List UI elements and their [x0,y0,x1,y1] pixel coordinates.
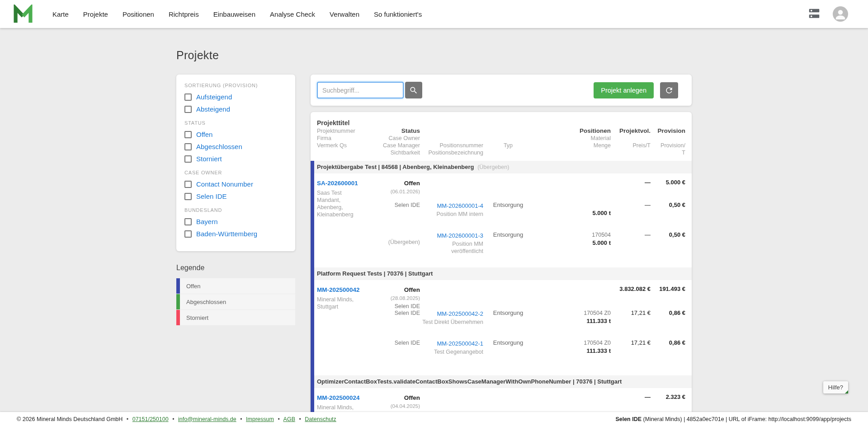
project-summary-row: Offen (04.04.2025) Selen IDE — 2.323 € [373,393,685,412]
footer-link-phone[interactable]: 07151/250100 [132,416,169,422]
legend-item-abgeschlossen: Abgeschlossen [176,294,295,309]
project-company: Mineral Minds, Stuttgart [317,296,363,310]
project-status-date: (04.04.2025) [391,403,420,409]
filter-option-baden-wuerttemberg[interactable]: Baden-Württemberg [184,230,287,238]
position-provision: 0,86 € [651,309,685,326]
session-details: (Mineral Minds) | 4852a0ec701e | URL of … [642,416,851,422]
project-group-header: OptimizerContactBoxTests.validateContact… [314,375,692,388]
nav-item-karte[interactable]: Karte [52,10,69,18]
filter-section-title-sortierung: SORTIERUNG (PROVISION) [184,83,287,88]
footer-link-email[interactable]: info@mineral-minds.de [178,416,236,422]
position-provision: 0,86 € [651,339,685,356]
filter-option-selen-ide[interactable]: Selen IDE [184,192,287,200]
refresh-button[interactable] [660,82,678,98]
legend-title: Legende [176,264,295,272]
project-number-link[interactable]: MM-202500042 [317,286,360,293]
projects-table: Projekttitel Projektnummer Firma Vermerk… [311,112,692,412]
filter-option-bayern[interactable]: Bayern [184,218,287,225]
top-navbar: Karte Projekte Positionen Richtpreis Ein… [0,0,868,28]
position-preis: 17,21 € [611,339,651,356]
position-typ: Entsorgung [483,339,533,356]
search-toolbar: Projekt anlegen [311,75,692,106]
create-project-button[interactable]: Projekt anlegen [594,82,654,98]
checkbox-icon[interactable] [184,106,192,113]
user-avatar[interactable] [833,6,848,22]
position-case-manager: Selen IDE [373,201,420,209]
position-number-link[interactable]: MM-202600001-4 [437,202,483,209]
legend: Legende Offen Abgeschlossen Storniert [176,264,295,325]
project-group: Platform Request Tests | 70376 | Stuttga… [311,267,692,375]
checkbox-icon[interactable] [184,230,192,238]
position-description: Test Direkt Übernehmen [420,318,483,326]
nav-item-projekte[interactable]: Projekte [83,10,108,18]
checkbox-icon[interactable] [184,218,192,225]
project-volume: — [611,393,651,412]
position-number-link[interactable]: MM-202500042-1 [437,340,483,347]
position-case-manager [373,231,420,239]
position-material: 170504 Z0 [533,339,611,346]
nav-item-so-funktionierts[interactable]: So funktioniert's [374,10,422,18]
position-preis: — [611,201,651,218]
position-row: Selen IDE MM-202500042-2 Test Direkt Übe… [373,309,685,339]
checkbox-icon[interactable] [184,94,192,101]
project-group: Projektübergabe Test | 84568 | Abenberg,… [311,161,692,267]
position-number-link[interactable]: MM-202600001-3 [437,232,483,239]
project-cell: MM-202500042 Mineral Minds, Stuttgart [317,286,373,369]
search-icon [409,86,418,95]
position-provision: 0,50 € [651,201,685,218]
footer-link-impressum[interactable]: Impressum [246,416,274,422]
position-row: Selen IDE MM-202500042-1 Test Gegenangeb… [373,339,685,369]
position-case-manager: Selen IDE [373,309,420,317]
nav-item-analyse-check[interactable]: Analyse Check [270,10,315,18]
nav-item-verwalten[interactable]: Verwalten [330,10,359,18]
position-menge: 5.000 t [533,239,611,246]
search-button[interactable] [405,82,422,98]
footer-link-agb[interactable]: AGB [283,416,295,422]
filter-option-contact-nonumber[interactable]: Contact Nonumber [184,180,287,188]
position-menge: 5.000 t [533,210,611,216]
project-group: OptimizerContactBoxTests.validateContact… [311,375,692,412]
project-cell: MM-202500024 Mineral Minds, [317,393,373,412]
project-group-header: Platform Request Tests | 70376 | Stuttga… [314,267,692,280]
project-group-title: OptimizerContactBoxTests.validateContact… [317,378,622,385]
filter-option-absteigend[interactable]: Absteigend [184,105,287,113]
column-group-positionen: Positionen Material Menge [533,127,611,156]
project-provision: 5.000 € [651,179,685,197]
position-case-manager: Selen IDE [373,339,420,346]
project-volume: — [611,179,651,197]
main-content-area: Projekte SORTIERUNG (PROVISION) Aufsteig… [0,28,868,412]
footer-link-datenschutz[interactable]: Datenschutz [305,416,336,422]
project-number-link[interactable]: SA-202600001 [317,180,358,187]
column-group-positionsnummer: Positionsnummer Positionsbezeichnung [420,127,483,156]
refresh-icon [665,86,674,95]
mineral-minds-logo[interactable] [13,5,33,23]
nav-item-einbauweisen[interactable]: Einbauweisen [213,10,255,18]
filter-option-abgeschlossen[interactable]: Abgeschlossen [184,143,287,150]
column-group-projektvol: Projektvol. Preis/T [611,127,651,156]
position-description: Position MM intern [420,211,483,218]
help-button[interactable]: Hilfe? [823,381,848,393]
server-icon[interactable] [807,7,821,21]
filter-option-offen[interactable]: Offen [184,131,287,138]
project-group-header: Projektübergabe Test | 84568 | Abenberg,… [314,161,692,173]
project-case-owner: Selen IDE [373,303,420,309]
position-number-link[interactable]: MM-202500042-2 [437,310,483,317]
filter-option-storniert[interactable]: Storniert [184,155,287,163]
checkbox-icon[interactable] [184,193,192,200]
page-title: Projekte [176,49,692,62]
nav-item-positionen[interactable]: Positionen [123,10,154,18]
filter-section-title-status: STATUS [184,120,287,126]
filter-option-aufsteigend[interactable]: Aufsteigend [184,93,287,101]
project-status: Offen [404,180,420,187]
legend-item-offen: Offen [176,278,295,294]
nav-item-richtpreis[interactable]: Richtpreis [169,10,199,18]
checkbox-icon[interactable] [184,143,192,150]
project-number-link[interactable]: MM-202500024 [317,394,360,401]
checkbox-icon[interactable] [184,131,192,138]
project-status: Offen [404,394,420,401]
checkbox-icon[interactable] [184,181,192,188]
table-header: Projekttitel Projektnummer Firma Vermerk… [311,112,692,161]
position-row: (Übergeben) MM-202600001-3 Position MM v… [373,231,685,261]
checkbox-icon[interactable] [184,155,192,163]
search-input[interactable] [317,82,404,98]
